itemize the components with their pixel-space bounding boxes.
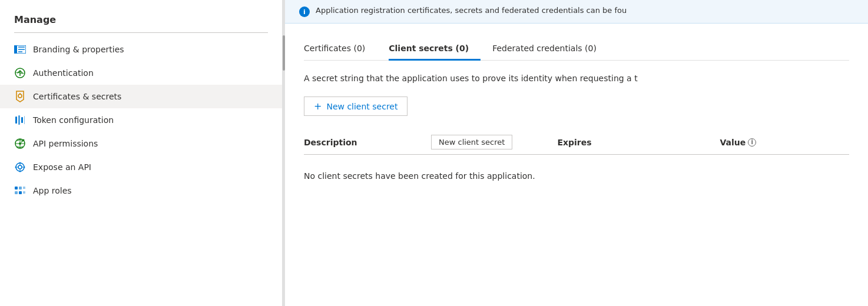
new-client-secret-button[interactable]: + New client secret — [304, 97, 408, 116]
info-banner-text: Application registration certificates, s… — [316, 6, 627, 15]
sidebar-item-app-roles-label: App roles — [33, 186, 72, 195]
sidebar-divider — [14, 32, 268, 33]
tab-certificates[interactable]: Certificates (0) — [304, 38, 377, 61]
svg-point-18 — [18, 165, 22, 169]
tab-federated[interactable]: Federated credentials (0) — [492, 38, 608, 61]
certs-icon — [14, 91, 26, 102]
main-content: i Application registration certificates,… — [285, 0, 868, 306]
sidebar-divider-bar — [283, 0, 285, 306]
svg-rect-28 — [19, 187, 22, 189]
sidebar-item-authentication-label: Authentication — [33, 68, 94, 78]
svg-rect-29 — [15, 191, 18, 194]
sidebar-item-api[interactable]: API permissions — [0, 132, 282, 155]
approles-icon — [14, 185, 26, 197]
sidebar-item-branding[interactable]: Branding & properties — [0, 38, 282, 61]
svg-rect-1 — [14, 45, 17, 54]
svg-rect-27 — [15, 187, 18, 189]
table-header: Description New client secret Expires Va… — [304, 130, 849, 155]
svg-point-21 — [15, 167, 17, 168]
sidebar-item-expose-api[interactable]: Expose an API — [0, 155, 282, 179]
branding-icon — [14, 44, 26, 55]
svg-point-19 — [19, 162, 21, 164]
info-icon: i — [299, 6, 310, 17]
description-text: A secret string that the application use… — [304, 72, 849, 85]
sidebar-item-branding-label: Branding & properties — [33, 45, 124, 54]
svg-point-16 — [23, 139, 25, 141]
svg-point-22 — [24, 167, 25, 168]
svg-rect-31 — [23, 187, 25, 189]
api-icon — [14, 138, 26, 149]
sidebar: Manage Branding & properties Authenticat… — [0, 0, 283, 306]
sidebar-item-api-label: API permissions — [33, 139, 98, 148]
tabs: Certificates (0) Client secrets (0) Fede… — [304, 38, 849, 61]
col-expires-header: Expires — [557, 138, 675, 147]
divider-handle — [283, 35, 285, 71]
content-area: Certificates (0) Client secrets (0) Fede… — [285, 24, 868, 306]
svg-rect-12 — [24, 116, 25, 124]
svg-rect-10 — [18, 115, 20, 125]
svg-point-7 — [18, 94, 22, 98]
token-icon — [14, 114, 26, 126]
svg-rect-11 — [21, 117, 23, 123]
tooltip-new-client-secret-button[interactable]: New client secret — [431, 135, 512, 149]
new-client-secret-label: New client secret — [326, 102, 397, 111]
col-description-header: Description — [304, 138, 422, 147]
auth-icon — [14, 67, 26, 79]
tooltip-area: New client secret — [431, 135, 512, 149]
svg-rect-30 — [19, 191, 22, 194]
info-banner: i Application registration certificates,… — [285, 0, 868, 24]
sidebar-item-app-roles[interactable]: App roles — [0, 179, 282, 202]
svg-rect-32 — [23, 191, 25, 194]
empty-state-message: No client secrets have been created for … — [304, 162, 849, 190]
sidebar-item-authentication[interactable]: Authentication — [0, 61, 282, 85]
sidebar-item-token-label: Token configuration — [33, 115, 114, 125]
svg-point-14 — [19, 142, 21, 145]
col-value-header: Value i — [720, 138, 756, 147]
sidebar-item-certificates-label: Certificates & secrets — [33, 92, 121, 101]
sidebar-item-token[interactable]: Token configuration — [0, 108, 282, 132]
svg-point-20 — [19, 171, 21, 172]
value-info-icon[interactable]: i — [748, 138, 756, 147]
tab-client-secrets[interactable]: Client secrets (0) — [389, 38, 481, 61]
plus-icon: + — [314, 101, 322, 112]
expose-icon — [14, 161, 26, 173]
sidebar-item-expose-api-label: Expose an API — [33, 162, 91, 172]
sidebar-item-certificates[interactable]: Certificates & secrets — [0, 85, 282, 108]
svg-rect-9 — [15, 117, 17, 124]
sidebar-section-title: Manage — [0, 9, 282, 32]
